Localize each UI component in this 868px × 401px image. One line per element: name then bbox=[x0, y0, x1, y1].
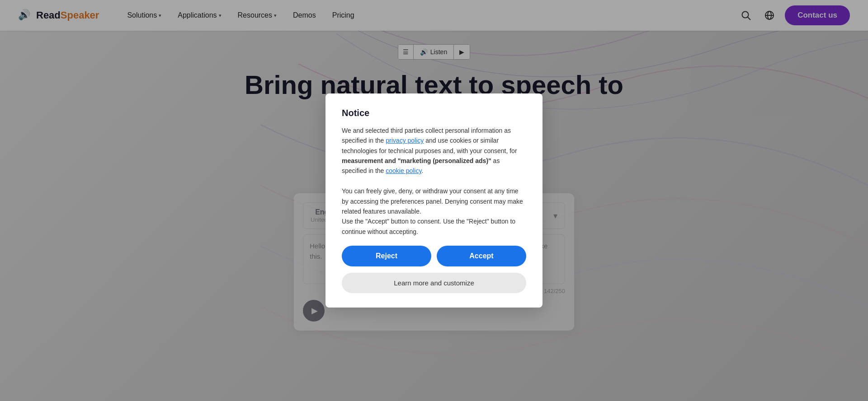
cookie-policy-link[interactable]: cookie policy bbox=[386, 167, 421, 174]
learn-more-customize-button[interactable]: Learn more and customize bbox=[342, 273, 526, 293]
modal-title: Notice bbox=[342, 108, 526, 118]
accept-button[interactable]: Accept bbox=[437, 246, 526, 266]
notice-modal: Notice We and selected third parties col… bbox=[326, 93, 542, 308]
privacy-policy-link[interactable]: privacy policy bbox=[386, 137, 424, 144]
modal-actions: Reject Accept bbox=[342, 246, 526, 266]
modal-overlay: Notice We and selected third parties col… bbox=[0, 0, 868, 401]
modal-body: We and selected third parties collect pe… bbox=[342, 126, 526, 237]
reject-button[interactable]: Reject bbox=[342, 246, 431, 266]
